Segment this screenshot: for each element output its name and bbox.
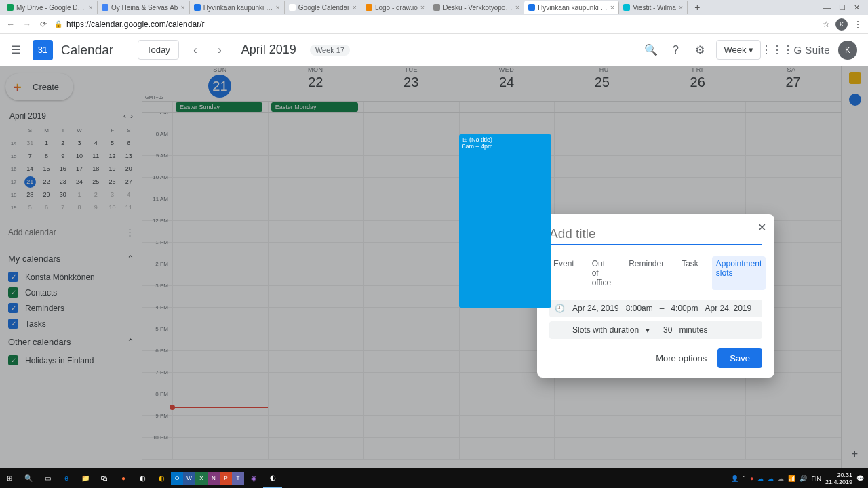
tray-onedrive-icon[interactable]: ☁ xyxy=(778,475,784,482)
browser-tab[interactable]: Google Calendar× xyxy=(285,1,361,14)
nav-forward[interactable]: → xyxy=(22,19,33,30)
view-selector[interactable]: Week▾ xyxy=(716,40,761,60)
search-icon[interactable]: 🔍 xyxy=(643,42,659,58)
help-icon[interactable]: ? xyxy=(667,42,684,58)
browser-tab[interactable]: Viestit - Wilma× xyxy=(619,1,688,14)
end-time[interactable]: 4:00pm xyxy=(671,304,698,313)
nav-reload[interactable]: ⟳ xyxy=(38,19,49,30)
chrome-icon[interactable]: ◐ xyxy=(133,468,152,488)
tab-close-icon[interactable]: × xyxy=(420,3,425,12)
tray-up-icon[interactable]: ˄ xyxy=(743,475,746,482)
url-field[interactable]: 🔒 https://calendar.google.com/calendar/r xyxy=(54,20,817,29)
powerpoint-icon[interactable]: P xyxy=(220,472,232,485)
browser-tab[interactable]: Hyvinkään kaupunki - Cale× xyxy=(524,1,619,14)
tray-network-icon[interactable]: 📶 xyxy=(788,475,795,482)
event-type-tab[interactable]: Appointment slots xyxy=(712,256,766,290)
calendar-logo: 31 xyxy=(33,40,53,60)
event-block[interactable]: ⊞ (No title) 8am – 4pm xyxy=(459,134,552,308)
teams-icon[interactable]: T xyxy=(232,472,244,485)
account-avatar[interactable]: K xyxy=(838,41,857,60)
tab-close-icon[interactable]: × xyxy=(679,3,683,12)
close-icon[interactable]: ✕ xyxy=(757,221,766,234)
browser-tab[interactable]: Logo - draw.io× xyxy=(361,1,429,14)
prev-period-button[interactable]: ‹ xyxy=(187,42,203,58)
favicon xyxy=(366,4,372,11)
browser-profile-avatar[interactable]: K xyxy=(835,18,848,30)
time-row[interactable]: 🕘 Apr 24, 2019 8:00am – 4:00pm Apr 24, 2… xyxy=(549,300,762,317)
browser-tab[interactable]: Desku - Verkkotyöpöytä× xyxy=(429,1,524,14)
chevron-down-icon: ▾ xyxy=(749,45,753,55)
tray-clock[interactable]: 20.31 21.4.2019 xyxy=(825,472,852,485)
slots-label[interactable]: Slots with duration xyxy=(572,325,639,335)
store-icon[interactable]: 🛍 xyxy=(95,468,114,488)
tray-notifications-icon[interactable]: 💬 xyxy=(856,475,864,482)
event-type-tab[interactable]: Task xyxy=(677,256,703,290)
tab-close-icon[interactable]: × xyxy=(610,3,614,12)
today-button[interactable]: Today xyxy=(138,40,179,60)
browser-tab[interactable]: My Drive - Google Drive× xyxy=(3,1,98,14)
settings-gear-icon[interactable]: ⚙ xyxy=(692,42,708,58)
search-task-icon[interactable]: 🔍 xyxy=(19,468,38,488)
new-tab-button[interactable]: + xyxy=(692,2,703,13)
event-title-input[interactable] xyxy=(549,224,762,245)
tab-title: Logo - draw.io xyxy=(375,4,418,12)
more-options-button[interactable]: More options xyxy=(656,353,707,363)
tab-close-icon[interactable]: × xyxy=(352,3,356,12)
explorer-icon[interactable]: 📁 xyxy=(76,468,95,488)
favicon xyxy=(289,4,296,11)
task-view-icon[interactable]: ▭ xyxy=(38,468,57,488)
save-button[interactable]: Save xyxy=(717,348,762,368)
event-type-tab[interactable]: Reminder xyxy=(625,256,668,290)
tab-title: Viestit - Wilma xyxy=(633,4,676,12)
lock-icon: 🔒 xyxy=(54,20,62,28)
browser-menu-icon[interactable]: ⋮ xyxy=(853,19,863,30)
tray-onedrive-icon[interactable]: ☁ xyxy=(757,475,764,482)
tray-language[interactable]: FIN xyxy=(811,475,821,482)
tab-title: Google Calendar xyxy=(298,4,350,12)
chrome-canary-icon[interactable]: ◐ xyxy=(152,468,171,488)
start-button[interactable]: ⊞ xyxy=(0,468,19,488)
hamburger-icon[interactable]: ☰ xyxy=(11,43,24,56)
browser-tab[interactable]: Oy Heinä & Seiväs Ab× xyxy=(98,1,190,14)
start-date[interactable]: Apr 24, 2019 xyxy=(572,304,619,313)
outlook-icon[interactable]: O xyxy=(171,472,183,485)
excel-icon[interactable]: X xyxy=(195,472,208,485)
start-time[interactable]: 8:00am xyxy=(626,304,653,313)
chrome-active-icon[interactable]: ◐ xyxy=(263,468,282,488)
slots-duration-value[interactable]: 30 xyxy=(663,325,672,335)
tray-volume-icon[interactable]: 🔊 xyxy=(800,475,807,482)
bookmark-star-icon[interactable]: ☆ xyxy=(823,20,830,29)
firefox-icon[interactable]: ● xyxy=(114,468,133,488)
nav-back[interactable]: ← xyxy=(5,19,16,30)
window-maximize[interactable]: ☐ xyxy=(839,3,846,12)
tray-onedrive-icon[interactable]: ☁ xyxy=(768,475,774,482)
current-range-label: April 2019 xyxy=(241,43,296,57)
window-minimize[interactable]: — xyxy=(823,3,831,12)
window-close[interactable]: ✕ xyxy=(854,3,860,12)
tab-close-icon[interactable]: × xyxy=(275,3,279,12)
onenote-icon[interactable]: N xyxy=(208,472,220,485)
tab-close-icon[interactable]: × xyxy=(515,3,519,12)
browser-tab[interactable]: Hyvinkään kaupunki - Cale× xyxy=(190,1,285,14)
windows-taskbar: ⊞ 🔍 ▭ e 📁 🛍 ● ◐ ◐ O W X N P T ◉ ◐ 👤 ˄ ● … xyxy=(0,468,868,488)
tray-people-icon[interactable]: 👤 xyxy=(731,475,738,482)
app-icon[interactable]: ◉ xyxy=(244,468,263,488)
tab-title: Hyvinkään kaupunki - Cale xyxy=(203,4,273,12)
tab-title: Oy Heinä & Seiväs Ab xyxy=(111,4,178,12)
slots-row[interactable]: Slots with duration ▾ 30 minutes xyxy=(549,321,762,339)
calendar-header: ☰ 31 Calendar Today ‹ › April 2019 Week … xyxy=(0,34,868,66)
event-type-tab[interactable]: Event xyxy=(549,256,578,290)
word-icon[interactable]: W xyxy=(183,472,195,485)
event-title: ⊞ (No title) xyxy=(462,136,549,143)
end-date[interactable]: Apr 24, 2019 xyxy=(705,304,751,313)
slots-unit: minutes xyxy=(679,325,707,335)
next-period-button[interactable]: › xyxy=(212,42,228,58)
favicon xyxy=(623,4,630,11)
edge-icon[interactable]: e xyxy=(57,468,76,488)
tray-icon[interactable]: ● xyxy=(750,475,753,482)
tab-close-icon[interactable]: × xyxy=(89,3,93,12)
event-type-tab[interactable]: Out of office xyxy=(588,256,615,290)
favicon xyxy=(433,4,440,11)
apps-grid-icon[interactable]: ⋮⋮⋮ xyxy=(769,42,785,58)
tab-close-icon[interactable]: × xyxy=(180,3,184,12)
